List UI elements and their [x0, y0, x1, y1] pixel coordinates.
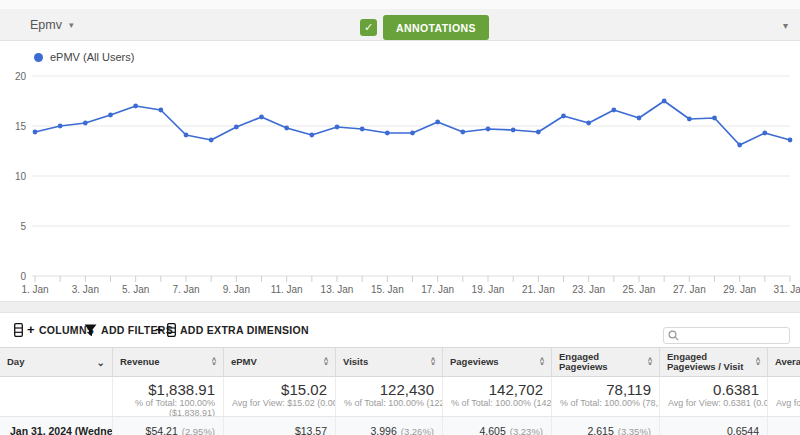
summary-subtext: ($1,838.91): [121, 408, 215, 416]
data-point[interactable]: [108, 113, 113, 118]
x-axis-label: 13. Jan: [321, 284, 354, 295]
data-cell: $13.57: [224, 417, 336, 435]
search-input[interactable]: [679, 330, 785, 341]
top-bar: Epmv ▾ ✓ ANNOTATIONS ▾: [0, 9, 800, 41]
table-header-row: Day⌄Revenue˄˅ePMV˄˅Visits˄˅Pageviews˄˅En…: [0, 347, 800, 377]
data-point[interactable]: [737, 143, 742, 148]
column-header-engaged-pageviews-visit[interactable]: Engaged Pageviews / Visit˄˅: [660, 348, 768, 376]
data-point[interactable]: [687, 117, 692, 122]
data-point[interactable]: [486, 127, 491, 132]
summary-subtext: % of Total: 100.00% (122,430): [344, 398, 434, 408]
columns-icon: [14, 323, 23, 337]
x-axis-label: 25. Jan: [623, 284, 656, 295]
filter-funnel-icon: [84, 324, 97, 337]
add-extra-dimension-button[interactable]: + ADD EXTRA DIMENSION: [155, 313, 309, 347]
data-point[interactable]: [309, 133, 314, 138]
data-point[interactable]: [637, 116, 642, 121]
sort-descending-icon[interactable]: ⌄: [97, 357, 105, 368]
summary-value: 78,119: [560, 381, 651, 398]
column-header-visits[interactable]: Visits˄˅: [336, 348, 443, 376]
chart-legend[interactable]: ePMV (All Users): [34, 51, 134, 63]
cell-value: 3,996: [370, 425, 396, 435]
cell-percent: (3.23%): [510, 426, 543, 435]
sort-toggle-icon[interactable]: ˄˅: [212, 358, 216, 367]
add-extra-dimension-button-label: ADD EXTRA DIMENSION: [180, 324, 309, 336]
data-point[interactable]: [611, 108, 616, 113]
data-point[interactable]: [234, 125, 239, 130]
sort-toggle-icon[interactable]: ˄˅: [431, 358, 435, 367]
sort-toggle-icon[interactable]: ˄˅: [540, 358, 544, 367]
data-point[interactable]: [561, 114, 566, 119]
data-point[interactable]: [410, 131, 415, 136]
column-header-epmv[interactable]: ePMV˄˅: [224, 348, 336, 376]
data-point[interactable]: [435, 120, 440, 125]
column-header-average-visit[interactable]: Average Visit˄˅: [768, 348, 800, 376]
x-axis-label: 29. Jan: [723, 284, 756, 295]
data-point[interactable]: [259, 115, 264, 120]
search-icon: [668, 330, 679, 341]
sort-toggle-icon[interactable]: ˄˅: [324, 358, 328, 367]
x-axis-label: 5. Jan: [122, 284, 149, 295]
data-point[interactable]: [511, 128, 516, 133]
summary-value: 142,702: [451, 381, 543, 398]
data-point[interactable]: [788, 138, 793, 143]
x-axis-label: 15. Jan: [371, 284, 404, 295]
column-header-label: Engaged Pageviews / Visit: [667, 352, 756, 372]
data-point[interactable]: [662, 99, 667, 104]
series-dot-icon: [34, 53, 43, 62]
data-table: Day⌄Revenue˄˅ePMV˄˅Visits˄˅Pageviews˄˅En…: [0, 347, 800, 435]
summary-cell: 142,702% of Total: 100.00% (142,702): [443, 377, 552, 416]
column-header-label: Day: [7, 357, 24, 367]
data-point[interactable]: [586, 121, 591, 126]
table-toolbar: + COLUMNS ADD FILTERS + ADD EXTRA DIMENS…: [0, 313, 800, 347]
column-header-label: Pageviews: [450, 357, 499, 367]
column-header-pageviews[interactable]: Pageviews˄˅: [443, 348, 552, 376]
collapse-chevron-icon[interactable]: ▾: [783, 9, 788, 41]
column-header-engaged-pageviews[interactable]: Engaged Pageviews˄˅: [552, 348, 660, 376]
summary-subtext: % of Total: 100.00% (142,702): [451, 398, 543, 408]
data-point[interactable]: [360, 127, 365, 132]
data-point[interactable]: [460, 130, 465, 135]
table-summary-row: $1,838.91% of Total: 100.00%($1,838.91)$…: [0, 377, 800, 417]
data-point[interactable]: [58, 124, 63, 129]
cell-percent: (3.35%): [618, 426, 651, 435]
data-point[interactable]: [284, 126, 289, 131]
annotations-checkbox[interactable]: ✓: [360, 19, 377, 36]
data-point[interactable]: [536, 130, 541, 135]
data-point[interactable]: [133, 104, 138, 109]
data-point[interactable]: [83, 121, 88, 126]
top-strip: [0, 0, 800, 9]
summary-day-cell: [0, 377, 113, 416]
data-point[interactable]: [762, 131, 767, 136]
cell-value: $13.57: [295, 425, 327, 435]
cell-value: 4,605: [479, 425, 505, 435]
metric-selector[interactable]: Epmv ▾: [30, 9, 73, 41]
data-point[interactable]: [209, 138, 214, 143]
data-cell: 3,996(3.26%): [336, 417, 443, 435]
y-axis-label: 0: [20, 271, 26, 282]
columns-button[interactable]: + COLUMNS: [14, 313, 94, 347]
sort-toggle-icon[interactable]: ˄˅: [756, 358, 760, 367]
data-point[interactable]: [158, 108, 163, 113]
column-header-label: Visits: [343, 357, 368, 367]
summary-cell: $15.02Avg for View: $15.02 (0.00%): [224, 377, 336, 416]
sort-toggle-icon[interactable]: ˄˅: [648, 358, 652, 367]
summary-cell: 122,430% of Total: 100.00% (122,430): [336, 377, 443, 416]
y-axis-label: 20: [15, 71, 27, 82]
annotations-button[interactable]: ANNOTATIONS: [383, 15, 489, 40]
plus-icon: +: [155, 325, 163, 335]
data-point[interactable]: [184, 133, 189, 138]
data-point[interactable]: [335, 125, 340, 130]
epmv-line-chart: 051015201. Jan3. Jan5. Jan7. Jan9. Jan11…: [0, 41, 800, 301]
data-point[interactable]: [712, 116, 717, 121]
x-axis-label: 3. Jan: [72, 284, 99, 295]
column-header-day[interactable]: Day⌄: [0, 348, 113, 376]
summary-cell: $1,838.91% of Total: 100.00%($1,838.91): [113, 377, 224, 416]
column-header-label: Engaged Pageviews: [559, 352, 648, 372]
column-header-revenue[interactable]: Revenue˄˅: [113, 348, 224, 376]
x-axis-label: 31. Jan: [774, 284, 800, 295]
metric-selector-label: Epmv: [30, 18, 62, 32]
data-point[interactable]: [385, 131, 390, 136]
epmv-series-line: [35, 101, 790, 145]
data-point[interactable]: [33, 130, 38, 135]
